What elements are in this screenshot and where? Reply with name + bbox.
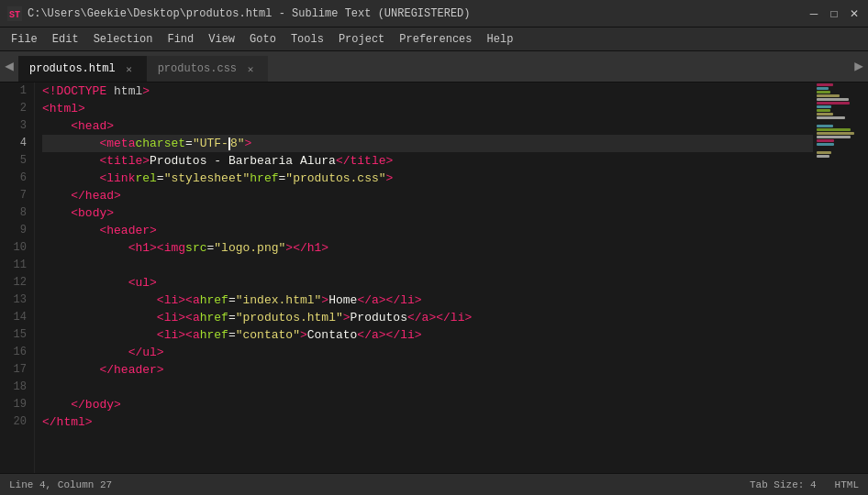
window-controls: ─ □ ✕ (807, 7, 861, 20)
menu-item-find[interactable]: Find (160, 31, 201, 48)
status-right: Tab Size: 4 HTML (750, 479, 859, 490)
code-line-2: <html> (42, 100, 813, 117)
mini-line-5 (817, 98, 849, 101)
menu-item-file[interactable]: File (4, 31, 45, 48)
svg-text:ST: ST (9, 10, 20, 20)
code-line-9: <header> (42, 222, 813, 239)
mini-line-15 (817, 136, 851, 138)
mini-line-13 (817, 128, 851, 131)
mini-line-4 (817, 94, 840, 97)
line-number-6: 6 (7, 170, 27, 187)
tab-close-produtos-html[interactable]: ✕ (123, 62, 136, 75)
line-number-12: 12 (7, 274, 27, 292)
menu-item-selection[interactable]: Selection (86, 31, 161, 48)
tab-produtos-css[interactable]: produtos.css ✕ (147, 56, 268, 82)
mini-line-12 (817, 125, 833, 127)
code-line-12: <ul> (42, 274, 813, 292)
mini-line-10 (817, 116, 845, 119)
mini-line-7 (817, 105, 831, 108)
mini-line-18 (817, 147, 864, 150)
mini-line-6 (817, 102, 850, 104)
menu-item-goto[interactable]: Goto (242, 31, 284, 48)
tab-label: produtos.css (158, 62, 237, 75)
line-number-20: 20 (7, 413, 27, 431)
maximize-button[interactable]: □ (828, 7, 840, 20)
mini-line-9 (817, 113, 833, 116)
menu-item-tools[interactable]: Tools (284, 31, 331, 48)
minimap (813, 82, 868, 473)
code-area[interactable]: <!DOCTYPE html><html> <head> <meta chars… (35, 82, 813, 473)
menu-item-preferences[interactable]: Preferences (392, 31, 479, 48)
statusbar: Line 4, Column 27 Tab Size: 4 HTML (0, 473, 868, 495)
status-position: Line 4, Column 27 (9, 479, 750, 490)
code-line-17: </header> (42, 361, 813, 379)
code-line-13: <li><a href="index.html">Home</a></li> (42, 292, 813, 309)
line-number-9: 9 (7, 222, 27, 239)
mini-line-16 (817, 139, 834, 142)
titlebar: ST C:\Users\Geekie\Desktop\produtos.html… (0, 0, 868, 28)
line-number-13: 13 (7, 292, 27, 309)
code-line-8: <body> (42, 204, 813, 222)
menu-item-view[interactable]: View (201, 31, 242, 48)
mini-line-17 (817, 143, 834, 146)
menu-item-project[interactable]: Project (331, 31, 392, 48)
line-number-11: 11 (7, 257, 27, 274)
line-number-10: 10 (7, 239, 27, 257)
line-number-14: 14 (7, 309, 27, 326)
code-line-4: <meta charset="UTF-8"> (42, 135, 813, 152)
line-number-15: 15 (7, 326, 27, 344)
mini-line-14 (817, 132, 854, 135)
code-line-19: </body> (42, 396, 813, 413)
code-line-3: <head> (42, 117, 813, 135)
app-icon: ST (7, 6, 22, 21)
line-number-7: 7 (7, 187, 27, 204)
mini-line-19 (817, 151, 831, 154)
line-number-2: 2 (7, 100, 27, 117)
menu-item-help[interactable]: Help (480, 31, 521, 48)
code-line-10: <h1><img src="logo.png"></h1> (42, 239, 813, 257)
code-line-7: </head> (42, 187, 813, 204)
editor-area: 1234567891011121314151617181920 <!DOCTYP… (0, 82, 868, 473)
mini-line-11 (817, 120, 864, 124)
mini-line-1 (817, 83, 833, 86)
code-line-1: <!DOCTYPE html> (42, 82, 813, 100)
status-syntax[interactable]: HTML (835, 479, 859, 490)
line-number-3: 3 (7, 117, 27, 135)
line-number-16: 16 (7, 344, 27, 361)
mini-line-2 (817, 87, 829, 90)
line-number-5: 5 (7, 152, 27, 170)
code-line-18 (42, 379, 813, 396)
menubar: FileEditSelectionFindViewGotoToolsProjec… (0, 28, 868, 51)
minimize-button[interactable]: ─ (807, 7, 820, 20)
mini-line-8 (817, 109, 830, 112)
tab-produtos-html[interactable]: produtos.html ✕ (18, 56, 147, 82)
window-title: C:\Users\Geekie\Desktop\produtos.html - … (28, 7, 807, 20)
line-number-4: 4 (7, 135, 27, 152)
tabbar: ◀ produtos.html ✕ produtos.css ✕ ▶ (0, 51, 868, 82)
minimap-content (813, 83, 868, 473)
tab-nav-left[interactable]: ◀ (0, 50, 18, 82)
code-line-6: <link rel="stylesheet" href="produtos.cs… (42, 170, 813, 187)
line-number-8: 8 (7, 204, 27, 222)
mini-line-3 (817, 91, 830, 94)
tab-nav-right[interactable]: ▶ (850, 50, 868, 82)
code-line-16: </ul> (42, 344, 813, 361)
code-line-20: </html> (42, 413, 813, 431)
menu-item-edit[interactable]: Edit (45, 31, 86, 48)
tab-label: produtos.html (29, 62, 116, 75)
code-line-14: <li><a href="produtos.html">Produtos</a>… (42, 309, 813, 326)
tab-close-produtos-css[interactable]: ✕ (244, 62, 257, 75)
code-line-15: <li><a href="contato">Contato</a></li> (42, 326, 813, 344)
line-number-1: 1 (7, 82, 27, 100)
code-line-11 (42, 257, 813, 274)
line-number-17: 17 (7, 361, 27, 379)
code-line-5: <title>Produtos - Barbearia Alura</title… (42, 152, 813, 170)
line-number-19: 19 (7, 396, 27, 413)
mini-line-20 (817, 155, 829, 158)
status-tab-size[interactable]: Tab Size: 4 (750, 479, 817, 490)
line-number-18: 18 (7, 379, 27, 396)
close-button[interactable]: ✕ (848, 7, 861, 20)
line-numbers: 1234567891011121314151617181920 (0, 82, 35, 473)
